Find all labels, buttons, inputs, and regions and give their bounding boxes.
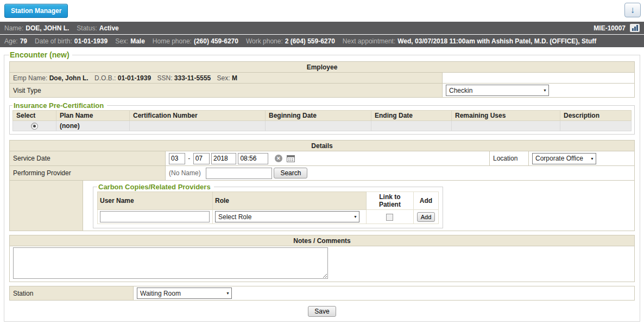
insurance-table: Select Plan Name Certification Number Be… <box>12 110 632 131</box>
station-table: Station Waiting Room ▼ <box>9 286 635 301</box>
col-description: Description <box>560 111 632 121</box>
cc-role-value: Select Role <box>218 213 251 221</box>
emp-name-label: Emp Name: <box>13 74 47 82</box>
table-row <box>10 246 635 282</box>
insurance-radio[interactable] <box>31 123 38 130</box>
employee-header: Employee <box>10 62 635 73</box>
station-manager-button[interactable]: Station Manager <box>4 4 68 18</box>
add-button[interactable]: Add <box>417 212 435 222</box>
download-icon: ↓ <box>630 5 635 15</box>
chevron-down-icon: ▼ <box>543 88 547 92</box>
table-row: Notes / Comments <box>10 235 635 246</box>
insurance-select-cell <box>13 121 56 131</box>
service-time-input[interactable] <box>238 153 268 164</box>
emp-name-value: Doe, John L. <box>49 74 89 82</box>
link-to-patient-checkbox[interactable] <box>386 214 393 221</box>
col-beginning-date: Beginning Date <box>266 111 371 121</box>
dob-label: Date of birth: <box>35 37 72 45</box>
employee-info-spacer <box>443 73 635 84</box>
table-row: Employee <box>10 62 635 73</box>
notes-header: Notes / Comments <box>10 235 635 246</box>
location-cell: Corporate Office ▼ <box>529 151 635 166</box>
cell-empty <box>266 121 371 131</box>
search-button[interactable]: Search <box>274 168 307 178</box>
location-select[interactable]: Corporate Office ▼ <box>532 153 596 164</box>
col-plan-name: Plan Name <box>56 111 130 121</box>
sex-value: Male <box>130 37 145 45</box>
table-row: Details <box>10 141 635 151</box>
location-label: Location <box>490 151 529 166</box>
visit-type-cell: Checkin ▼ <box>443 84 635 98</box>
sex-label: Sex: <box>115 37 128 45</box>
col-ending-date: Ending Date <box>371 111 452 121</box>
table-row: Emp Name: Doe, John L. D.O.B.: 01-01-193… <box>10 73 635 84</box>
service-date-label: Service Date <box>10 151 166 166</box>
performing-provider-cell: (No Name) Search <box>166 166 635 181</box>
save-button[interactable]: Save <box>308 306 336 317</box>
col-role: Role <box>212 192 366 210</box>
performing-provider-label: Performing Provider <box>10 166 166 181</box>
table-row: Visit Type Checkin ▼ <box>10 84 635 98</box>
col-select: Select <box>13 111 56 121</box>
visit-type-label: Visit Type <box>10 84 443 98</box>
table-header-row: User Name Role Link to Patient Add <box>98 192 439 210</box>
col-cert-number: Certification Number <box>130 111 266 121</box>
name-label: Name: <box>4 24 23 32</box>
top-bar: Station Manager ↓ <box>0 0 644 22</box>
plan-name-value: (none) <box>56 121 130 131</box>
col-remaining-uses: Remaining Uses <box>452 111 560 121</box>
emp-ssn-label: SSN: <box>157 74 172 82</box>
station-cell: Waiting Room ▼ <box>134 286 635 301</box>
service-date-day-input[interactable] <box>193 153 210 164</box>
work-phone-value: 2 (604) 559-6270 <box>285 37 335 45</box>
carbon-copies-legend: Carbon Copies/Related Providers <box>97 183 214 191</box>
patient-name: DOE, JOHN L. <box>26 24 69 32</box>
insurance-legend: Insurance Pre-Certification <box>12 101 107 110</box>
encounter-section: Encounter (new) Employee Emp Name: Doe, … <box>4 50 640 322</box>
visit-type-select[interactable]: Checkin ▼ <box>446 85 549 96</box>
table-header-row: Select Plan Name Certification Number Be… <box>13 111 632 121</box>
dob-value: 01-01-1939 <box>74 37 108 45</box>
notes-textarea[interactable] <box>13 247 328 279</box>
carbon-copies-table: User Name Role Link to Patient Add <box>97 191 439 224</box>
calendar-icon[interactable] <box>287 155 295 162</box>
demographics-bar: Age: 79 Date of birth: 01-01-1939 Sex: M… <box>0 35 644 47</box>
station-select[interactable]: Waiting Room ▼ <box>137 288 232 299</box>
cc-username-input[interactable] <box>100 211 210 222</box>
date-separator: - <box>188 155 190 162</box>
work-phone-label: Work phone: <box>246 37 283 45</box>
emp-dob-label: D.O.B.: <box>94 74 116 82</box>
cc-username-cell <box>98 210 213 224</box>
bar-chart-icon[interactable] <box>630 24 640 32</box>
notes-body <box>10 246 635 282</box>
insurance-section: Insurance Pre-Certification Select Plan … <box>9 101 635 135</box>
emp-ssn-value: 333-11-5555 <box>174 74 211 82</box>
emp-dob-value: 01-01-1939 <box>118 74 151 82</box>
home-phone-label: Home phone: <box>153 37 192 45</box>
employee-info: Emp Name: Doe, John L. D.O.B.: 01-01-193… <box>10 73 443 84</box>
provider-hint: (No Name) <box>169 169 201 177</box>
download-button[interactable]: ↓ <box>624 3 641 17</box>
main-content: Encounter (new) Employee Emp Name: Doe, … <box>0 47 644 322</box>
carbon-copies-section: Carbon Copies/Related Providers User Nam… <box>93 183 443 228</box>
home-phone-value: (260) 459-6270 <box>194 37 238 45</box>
emp-sex-value: M <box>232 74 237 82</box>
clear-date-icon[interactable]: ✕ <box>275 155 282 162</box>
table-row: Performing Provider (No Name) Search <box>10 166 635 181</box>
cc-role-select[interactable]: Select Role ▼ <box>215 211 359 222</box>
station-id: MIE-10007 <box>594 24 626 32</box>
employee-table: Employee Emp Name: Doe, John L. D.O.B.: … <box>9 61 635 98</box>
table-row: Select Role ▼ Add <box>98 210 439 224</box>
patient-bar: Name: DOE, JOHN L. Status: Active MIE-10… <box>0 22 644 34</box>
next-appt-value: Wed, 03/07/2018 11:00am with Ashish Pate… <box>397 37 596 45</box>
service-date-year-input[interactable] <box>211 153 236 164</box>
provider-input[interactable] <box>206 168 272 179</box>
next-appt-label: Next appointment: <box>343 37 395 45</box>
table-row: Carbon Copies/Related Providers User Nam… <box>10 181 635 231</box>
details-table: Details Service Date - ✕ <box>9 140 635 231</box>
service-date-month-input[interactable] <box>169 153 185 164</box>
station-value: Waiting Room <box>140 290 181 297</box>
age-value: 79 <box>20 37 27 45</box>
age-label: Age: <box>4 37 18 45</box>
status-label: Status: <box>77 24 97 32</box>
